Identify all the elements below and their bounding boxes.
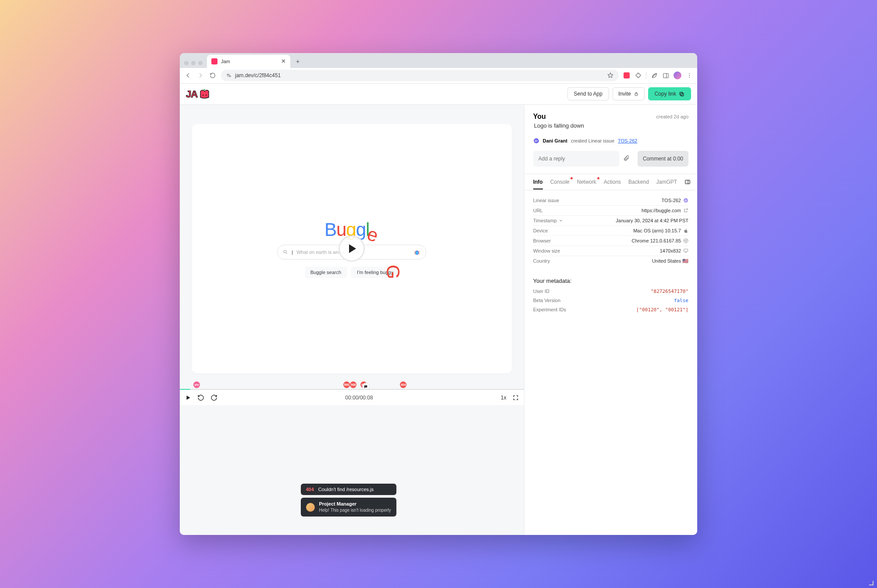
svg-point-8	[206, 95, 207, 96]
forward-skip-button[interactable]	[210, 394, 217, 401]
browser-window: Jam ✕ + jam.dev/c/2f84c451	[180, 53, 697, 535]
linear-icon	[533, 138, 539, 144]
info-table: Linear issue TOS-262 URL https://buggle.…	[524, 190, 697, 271]
video-panel: Buggle G |What on earth is wrong with t …	[180, 105, 524, 535]
window-traffic-lights[interactable]	[184, 61, 205, 68]
playback-progress[interactable]	[180, 389, 524, 390]
metadata-title: Your metadata:	[524, 271, 697, 287]
info-timestamp: January 30, 2024 at 4:42 PM PST	[616, 218, 688, 223]
info-linear-issue[interactable]: TOS-262	[662, 198, 681, 203]
report-author: You	[533, 113, 546, 121]
svg-point-4	[689, 75, 690, 76]
report-created: created 2d ago	[656, 114, 688, 119]
svg-rect-9	[635, 94, 638, 96]
meta-experiments: ["00120", "00121"]	[636, 307, 688, 313]
jam-extension-icon[interactable]	[623, 72, 630, 79]
details-panel: You created 2d ago Logo is falling down …	[524, 105, 697, 535]
activity-row: Dani Grant created Linear issue TOS-262	[524, 133, 697, 148]
tab-title: Jam	[221, 59, 230, 64]
buggle-search-button: Buggle search	[305, 267, 347, 278]
new-tab-button[interactable]: +	[292, 56, 303, 67]
monitor-icon	[683, 248, 688, 253]
playback-time: 00:00/00:08	[345, 395, 373, 401]
copy-icon	[679, 91, 684, 97]
panel-icon[interactable]	[662, 72, 669, 79]
app-header: JA Send to App Invite Copy link	[180, 84, 697, 105]
svg-rect-2	[663, 73, 668, 78]
svg-point-7	[203, 95, 203, 96]
playback-speed[interactable]: 1x	[501, 395, 506, 401]
play-button[interactable]	[339, 235, 365, 262]
tab-console[interactable]: Console	[550, 179, 570, 185]
timeline-marker-500[interactable]: 500	[350, 381, 357, 388]
timeline[interactable]: xhr 500 500 404 404	[180, 380, 524, 389]
copy-link-button[interactable]: Copy link	[648, 87, 691, 100]
tab-favicon	[211, 58, 217, 64]
linear-icon	[683, 198, 688, 203]
fallen-letter: G	[382, 265, 403, 279]
jam-logo[interactable]: JA	[186, 88, 210, 100]
attach-icon[interactable]	[623, 155, 630, 161]
svg-rect-0	[227, 74, 229, 75]
tab-info[interactable]: Info	[533, 179, 543, 185]
timeline-marker-500[interactable]: 500	[343, 381, 350, 388]
site-info-icon	[226, 73, 232, 78]
meta-user-id: "82726547170"	[651, 289, 688, 294]
svg-point-16	[684, 198, 688, 203]
send-to-app-button[interactable]: Send to App	[567, 87, 609, 100]
expand-panel-icon[interactable]	[684, 179, 691, 185]
bug-icon	[414, 249, 421, 256]
back-button[interactable]	[184, 71, 192, 79]
svg-rect-15	[685, 180, 690, 184]
comment-tooltip[interactable]: Project Manager Help! This page isn't lo…	[300, 498, 396, 517]
extensions-icon[interactable]	[635, 72, 642, 79]
playback-controls: 00:00/00:08 1x	[180, 389, 524, 405]
svg-point-3	[689, 73, 690, 74]
info-device: Mac OS (arm) 10.15.7	[633, 228, 681, 233]
error-tooltip[interactable]: 404 Couldn't find /resources.js	[300, 484, 396, 495]
play-icon	[349, 244, 356, 253]
svg-point-12	[284, 250, 286, 253]
apple-icon	[683, 228, 688, 233]
svg-point-17	[684, 239, 688, 243]
menu-icon[interactable]	[686, 72, 693, 79]
invite-button[interactable]: Invite	[613, 87, 645, 100]
browser-tab-strip: Jam ✕ +	[180, 53, 697, 68]
comment-at-button[interactable]: Comment at 0:00	[638, 151, 688, 167]
bookmark-icon[interactable]	[607, 72, 613, 78]
play-pause-button[interactable]	[185, 395, 191, 401]
meta-beta: false	[674, 298, 688, 303]
tab-close-icon[interactable]: ✕	[281, 58, 286, 64]
tab-network[interactable]: Network	[577, 179, 596, 185]
svg-rect-10	[681, 93, 684, 96]
info-country: United States 🇺🇸	[652, 258, 688, 264]
svg-point-5	[689, 77, 690, 78]
svg-rect-11	[680, 92, 683, 95]
video-preview[interactable]: Buggle G |What on earth is wrong with t …	[192, 124, 512, 374]
profile-avatar[interactable]	[674, 71, 681, 79]
timeline-marker-404[interactable]: 404	[400, 381, 406, 388]
reply-input[interactable]	[533, 151, 619, 167]
browser-url-bar: jam.dev/c/2f84c451	[180, 68, 697, 84]
chevron-down-icon[interactable]	[559, 218, 563, 223]
tab-actions[interactable]: Actions	[604, 179, 621, 185]
linear-issue-link[interactable]: TOS-262	[618, 138, 637, 143]
tab-backend[interactable]: Backend	[628, 179, 649, 185]
reload-button[interactable]	[209, 71, 217, 79]
leaf-icon[interactable]	[651, 72, 658, 79]
fullscreen-button[interactable]	[513, 395, 519, 401]
tab-jamgpt[interactable]: JamGPT	[656, 179, 677, 185]
report-title: Logo is falling down	[534, 122, 688, 129]
info-window-size: 1470x832	[660, 248, 681, 253]
browser-tab[interactable]: Jam ✕	[207, 55, 290, 68]
svg-rect-1	[229, 76, 231, 77]
timeline-marker-xhr[interactable]: xhr	[193, 381, 200, 388]
url-text: jam.dev/c/2f84c451	[235, 72, 281, 78]
lock-icon	[634, 91, 639, 96]
svg-point-14	[534, 138, 539, 143]
forward-button[interactable]	[196, 71, 204, 79]
rewind-button[interactable]	[197, 394, 204, 401]
url-input[interactable]: jam.dev/c/2f84c451	[221, 70, 619, 81]
info-url[interactable]: https://buggle.com	[642, 208, 681, 213]
svg-text:JA: JA	[186, 89, 198, 100]
